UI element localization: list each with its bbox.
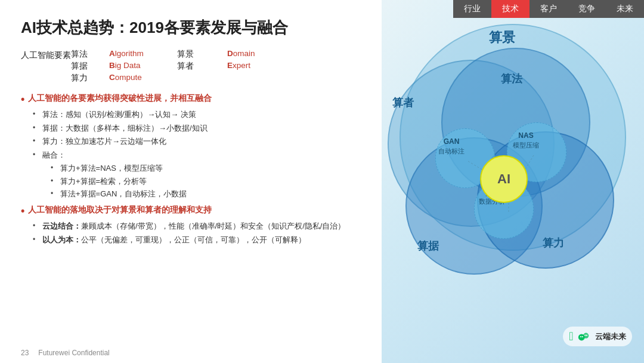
confidential-text: Futurewei Confidential [38, 349, 109, 357]
element-en-expert: Expert [227, 61, 275, 72]
sub-bullet-1-1: • 算法：感知（识别/检测/重构）→认知→ 决策 [33, 109, 373, 121]
element-en-domain: Domain [227, 49, 275, 60]
sub-bullet-2-1: • 云边结合：兼顾成本（存储/带宽），性能（准确率/时延）和安全（知识产权/隐私… [33, 220, 373, 232]
svg-point-6 [581, 336, 583, 337]
bullet-dot-red-1: • [21, 93, 24, 106]
sub-bullet-1-2: • 算据：大数据（多样本，细标注）→小数据/知识 [33, 122, 373, 134]
label-suanzhe: 算者 [392, 96, 414, 110]
sub-sub-bullet-1-2-text: 算力+算据=检索，分析等 [60, 176, 147, 187]
circle-ai: AI [480, 155, 528, 203]
label-nas: NAS 模型压缩 [513, 131, 539, 149]
label-gan-sub: 自动标注 [438, 147, 465, 155]
nav-item-customer[interactable]: 客户 [530, 0, 568, 18]
wechat-text: 云端未来 [595, 332, 626, 341]
red-bullet-2-text: 人工智能的落地取决于对算景和算者的理解和支持 [28, 205, 212, 216]
red-bullet-1: • 人工智能的各要素均获得突破性进展，并相互融合 [21, 93, 373, 106]
sub-bullet-2-1-text: 云边结合：兼顾成本（存储/带宽），性能（准确率/时延）和安全（知识产权/隐私/自… [42, 220, 345, 232]
sub-sub-bullet-1-3-text: 算法+算据=GAN，自动标注，小数据 [60, 188, 187, 200]
sub-sub-bullets-1: • 算力+算法=NAS，模型压缩等 • 算力+算据=检索，分析等 • 算法+算据… [51, 162, 373, 200]
element-en-algorithm: Algorithm [109, 49, 175, 60]
nav-item-future[interactable]: 未来 [606, 0, 644, 18]
label-gan: GAN 自动标注 [438, 137, 465, 155]
element-en-compute: Compute [109, 73, 175, 84]
svg-point-5 [580, 336, 581, 337]
left-content-panel: AI技术总趋势：2019各要素发展与融合 人工智能要素 算法 Algorithm… [0, 0, 394, 363]
nav-item-industry[interactable]: 行业 [453, 0, 491, 18]
sub-sub-bullet-1-1-text: 算力+算法=NAS，模型压缩等 [60, 162, 163, 174]
svg-point-7 [584, 334, 586, 336]
wechat-badge:  云端未来 [563, 327, 632, 346]
bullet-dot-red-2: • [21, 205, 24, 218]
sub-bullet-1-1-text: 算法：感知（识别/检测/重构）→认知→ 决策 [42, 109, 196, 121]
wechat-logo-svg [577, 330, 590, 343]
nav-item-tech[interactable]: 技术 [491, 0, 530, 18]
elements-grid: 算法 Algorithm 算景 Domain 算据 Big Data 算者 Ex… [71, 49, 275, 84]
svg-point-4 [583, 333, 589, 338]
slide-title: AI技术总趋势：2019各要素发展与融合 [21, 18, 373, 38]
wechat-label: 云端未来 [577, 330, 626, 343]
svg-point-8 [586, 334, 587, 336]
sub-bullets-2: • 云边结合：兼顾成本（存储/带宽），性能（准确率/时延）和安全（知识产权/隐私… [33, 220, 373, 245]
sub-bullet-1-4: • 融合： [33, 149, 373, 161]
nav-item-competition[interactable]: 竞争 [568, 0, 606, 18]
sub-bullet-2-2-text: 以人为本：公平（无偏差，可重现），公正（可信，可靠），公开（可解释） [42, 234, 306, 246]
element-en-bigdata: Big Data [109, 61, 175, 72]
sub-sub-bullet-1-2: • 算力+算据=检索，分析等 [51, 176, 373, 187]
sub-bullet-1-4-text: 融合： [42, 149, 66, 161]
slide-footer: 23 Futurewei Confidential [21, 349, 110, 357]
label-suanfa: 算法 [501, 72, 522, 86]
page-number: 23 [21, 349, 29, 357]
sub-sub-bullet-1-3: • 算法+算据=GAN，自动标注，小数据 [51, 188, 373, 200]
label-nas-sub: 模型压缩 [513, 141, 539, 149]
label-suanjing: 算景 [489, 29, 515, 47]
element-zh-suanjing: 算景 [177, 49, 225, 60]
element-zh-suanfa: 算法 [71, 49, 107, 60]
sub-bullet-1-2-text: 算据：大数据（多样本，细标注）→小数据/知识 [42, 122, 208, 134]
right-diagram-panel: AI 算景 算者 算法 算据 算力 GAN 自动标注 NAS 模型压缩 搜索 数… [382, 0, 644, 363]
elements-label: 人工智能要素 [21, 49, 71, 61]
top-navigation: 行业 技术 客户 竞争 未来 [453, 0, 644, 18]
red-bullet-1-text: 人工智能的各要素均获得突破性进展，并相互融合 [28, 93, 212, 104]
sub-sub-bullet-1-1: • 算力+算法=NAS，模型压缩等 [51, 162, 373, 174]
sub-bullet-2-2: • 以人为本：公平（无偏差，可重现），公正（可信，可靠），公开（可解释） [33, 234, 373, 246]
element-zh-suanju: 算据 [71, 61, 107, 72]
element-zh-suanzhe: 算者 [177, 61, 225, 72]
sub-bullet-1-3-text: 算力：独立加速芯片→云边端一体化 [42, 136, 166, 147]
wechat-icon:  [569, 330, 573, 343]
label-gan-title: GAN [438, 137, 465, 147]
label-suanju: 算据 [417, 239, 439, 253]
red-bullet-2: • 人工智能的落地取决于对算景和算者的理解和支持 [21, 205, 373, 218]
label-suanli: 算力 [543, 236, 564, 250]
sub-bullets-1: • 算法：感知（识别/检测/重构）→认知→ 决策 • 算据：大数据（多样本，细标… [33, 109, 373, 200]
label-nas-title: NAS [513, 131, 539, 141]
elements-section: 人工智能要素 算法 Algorithm 算景 Domain 算据 Big Dat… [21, 49, 373, 84]
element-zh-suanli: 算力 [71, 73, 107, 84]
sub-bullet-1-3: • 算力：独立加速芯片→云边端一体化 [33, 136, 373, 147]
venn-diagram: AI 算景 算者 算法 算据 算力 GAN 自动标注 NAS 模型压缩 搜索 数… [382, 12, 644, 358]
